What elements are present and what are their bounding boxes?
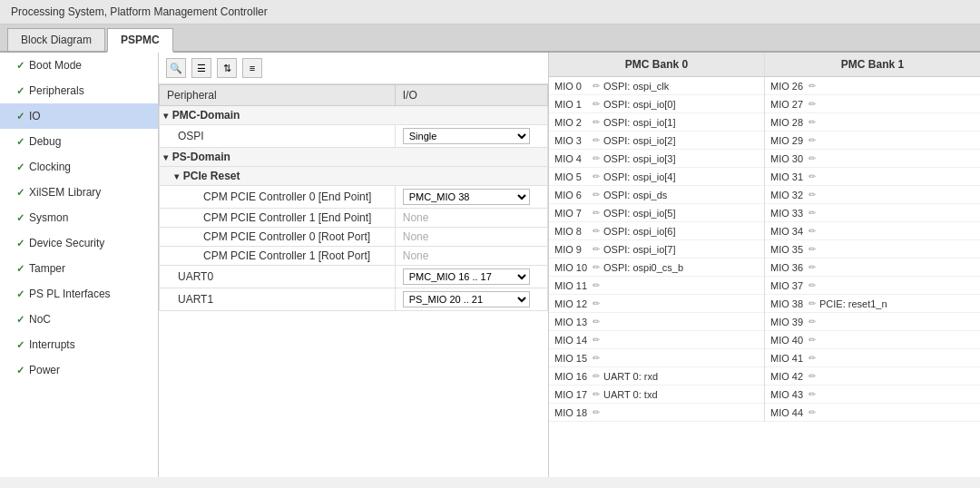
search-button[interactable]: 🔍 — [166, 58, 186, 78]
check-icon: ✓ — [16, 111, 24, 122]
sidebar-item-ps-pl-interfaces[interactable]: ✓PS PL Interfaces — [0, 281, 158, 307]
edit-icon[interactable]: ✏ — [593, 389, 600, 399]
mio-row: MIO 1✏OSPI: ospi_io[0] — [549, 95, 764, 113]
list-view-button[interactable]: ≡ — [242, 58, 262, 78]
edit-icon[interactable]: ✏ — [808, 226, 816, 236]
peripheral-name: CPM PCIE Controller 1 [Root Port] — [160, 247, 396, 266]
peripheral-io[interactable]: PMC_MIO 38 — [395, 186, 547, 209]
sidebar-item-clocking[interactable]: ✓Clocking — [0, 154, 158, 180]
mio-signal: UART 0: rxd — [603, 371, 658, 382]
peripheral-io[interactable]: Single — [395, 125, 547, 148]
edit-icon[interactable]: ✏ — [593, 262, 600, 272]
edit-icon[interactable]: ✏ — [808, 353, 816, 363]
edit-icon[interactable]: ✏ — [593, 208, 600, 218]
group-label: ▾ PS-Domain — [160, 148, 548, 167]
sidebar-item-noc[interactable]: ✓NoC — [0, 307, 158, 332]
mio-row: MIO 15✏ — [549, 349, 764, 367]
sidebar-item-peripherals[interactable]: ✓Peripherals — [0, 78, 158, 103]
mio-bank-1-header: PMC Bank 1 — [765, 53, 980, 77]
io-select[interactable]: PMC_MIO 38 — [403, 189, 530, 205]
peripheral-io[interactable]: PS_MIO 20 .. 21 — [395, 288, 547, 311]
mio-label: MIO 27 — [770, 99, 808, 110]
edit-icon[interactable]: ✏ — [593, 117, 600, 127]
mio-row: MIO 3✏OSPI: ospi_io[2] — [549, 132, 764, 150]
sidebar-item-io[interactable]: ✓IO — [0, 103, 158, 129]
edit-icon[interactable]: ✏ — [808, 262, 816, 272]
mio-row: MIO 30✏ — [765, 150, 980, 168]
mio-bank-0-header: PMC Bank 0 — [549, 53, 764, 77]
tab-block-diagram[interactable]: Block Diagram — [7, 28, 105, 51]
mio-row: MIO 35✏ — [765, 240, 980, 259]
check-icon: ✓ — [16, 136, 24, 148]
mio-label: MIO 38 — [770, 298, 808, 309]
edit-icon[interactable]: ✏ — [593, 244, 600, 254]
edit-icon[interactable]: ✏ — [808, 171, 816, 181]
sidebar-item-power[interactable]: ✓Power — [0, 357, 158, 383]
sidebar-item-sysmon[interactable]: ✓Sysmon — [0, 205, 158, 230]
edit-icon[interactable]: ✏ — [808, 389, 816, 399]
mio-row: MIO 42✏ — [765, 367, 980, 386]
mio-label: MIO 44 — [770, 407, 808, 418]
check-icon: ✓ — [16, 339, 24, 351]
expand-all-button[interactable]: ☰ — [191, 58, 211, 78]
io-select[interactable]: PS_MIO 20 .. 21 — [403, 291, 530, 307]
mio-label: MIO 13 — [554, 317, 593, 327]
io-none: None — [403, 249, 429, 262]
edit-icon[interactable]: ✏ — [808, 99, 816, 109]
peripheral-io[interactable]: PMC_MIO 16 .. 17 — [395, 266, 547, 288]
edit-icon[interactable]: ✏ — [808, 317, 816, 327]
edit-icon[interactable]: ✏ — [808, 81, 816, 91]
io-select[interactable]: Single — [403, 128, 530, 144]
edit-icon[interactable]: ✏ — [808, 280, 816, 290]
edit-icon[interactable]: ✏ — [593, 335, 600, 345]
edit-icon[interactable]: ✏ — [593, 317, 600, 327]
edit-icon[interactable]: ✏ — [593, 190, 600, 200]
edit-icon[interactable]: ✏ — [808, 208, 816, 218]
sidebar-item-debug[interactable]: ✓Debug — [0, 129, 158, 154]
peripheral-name: CPM PCIE Controller 0 [Root Port] — [160, 228, 396, 247]
sidebar-item-label: Power — [29, 364, 60, 376]
edit-icon[interactable]: ✏ — [593, 153, 600, 163]
edit-icon[interactable]: ✏ — [593, 226, 600, 236]
sidebar-item-xilsem-library[interactable]: ✓XilSEM Library — [0, 180, 158, 205]
edit-icon[interactable]: ✏ — [593, 353, 600, 363]
sidebar-item-boot-mode[interactable]: ✓Boot Mode — [0, 53, 158, 78]
edit-icon[interactable]: ✏ — [593, 135, 600, 145]
edit-icon[interactable]: ✏ — [808, 135, 816, 145]
edit-icon[interactable]: ✏ — [808, 298, 816, 308]
edit-icon[interactable]: ✏ — [593, 99, 600, 109]
io-select[interactable]: PMC_MIO 16 .. 17 — [403, 268, 530, 285]
collapse-all-button[interactable]: ⇅ — [217, 58, 237, 78]
expand-arrow-icon[interactable]: ▾ — [163, 111, 171, 121]
mio-signal: UART 0: txd — [603, 389, 658, 400]
expand-arrow-icon[interactable]: ▾ — [163, 152, 171, 162]
peripheral-name: UART0 — [160, 266, 396, 288]
check-icon: ✓ — [16, 288, 24, 300]
tab-pspmc[interactable]: PSPMC — [107, 28, 173, 53]
edit-icon[interactable]: ✏ — [808, 190, 816, 200]
group-row: ▾ PS-Domain — [160, 148, 548, 167]
sidebar-item-interrupts[interactable]: ✓Interrupts — [0, 332, 158, 357]
group-label: ▾ PMC-Domain — [160, 106, 548, 125]
edit-icon[interactable]: ✏ — [808, 407, 816, 417]
peripheral-name: CPM PCIE Controller 0 [End Point] — [160, 186, 396, 209]
check-icon: ✓ — [16, 60, 24, 72]
edit-icon[interactable]: ✏ — [808, 117, 816, 127]
edit-icon[interactable]: ✏ — [808, 371, 816, 381]
expand-arrow-icon[interactable]: ▾ — [174, 171, 181, 181]
edit-icon[interactable]: ✏ — [593, 298, 600, 308]
sidebar-item-device-security[interactable]: ✓Device Security — [0, 230, 158, 256]
check-icon: ✓ — [16, 238, 24, 249]
edit-icon[interactable]: ✏ — [808, 153, 816, 163]
edit-icon[interactable]: ✏ — [808, 335, 816, 345]
sidebar-item-label: Clocking — [29, 161, 71, 173]
edit-icon[interactable]: ✏ — [593, 81, 600, 91]
edit-icon[interactable]: ✏ — [593, 371, 600, 381]
sidebar-item-tamper[interactable]: ✓Tamper — [0, 256, 158, 281]
edit-icon[interactable]: ✏ — [593, 171, 600, 181]
mio-row: MIO 34✏ — [765, 222, 980, 240]
mio-row: MIO 39✏ — [765, 313, 980, 331]
edit-icon[interactable]: ✏ — [808, 244, 816, 254]
edit-icon[interactable]: ✏ — [593, 280, 600, 290]
edit-icon[interactable]: ✏ — [593, 407, 600, 417]
